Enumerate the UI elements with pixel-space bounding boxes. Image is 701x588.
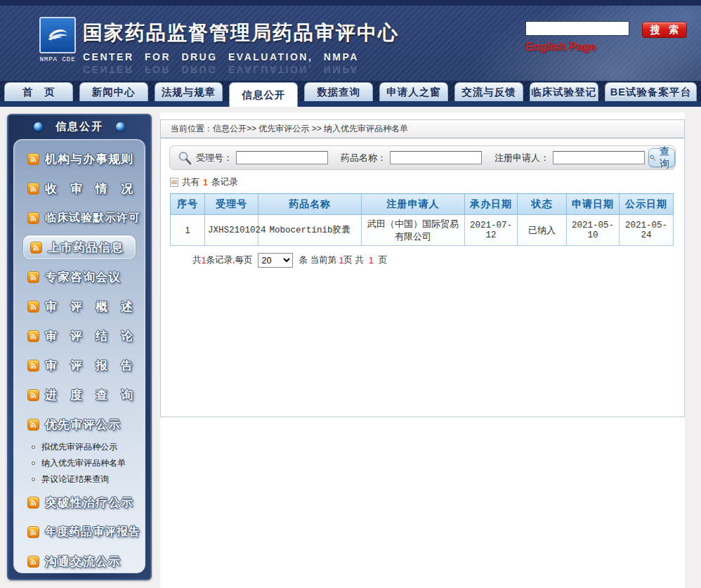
orb-icon — [34, 122, 43, 131]
applicant-label: 注册申请人： — [494, 152, 549, 164]
table-row[interactable]: 1 JXHS2101024 Mobocertinib胶囊 武田（中国）国际贸易有… — [171, 215, 674, 246]
rss-icon — [27, 389, 39, 401]
rss-icon — [30, 242, 42, 254]
sidebar: 信息公开 机构与办事规则 收 审 情 况 临床试验默示许可 上市药品信息 — [7, 114, 152, 580]
pagination: 共 1 条记录,每页 20 条 当前第 1 页 共 1 页 — [192, 253, 684, 268]
cell-index: 1 — [171, 215, 205, 246]
top-strip — [0, 0, 701, 6]
cell-handle-date: 2021-07-12 — [465, 215, 518, 246]
sidebar-item-clinical-trial-implied-license[interactable]: 临床试验默示许可 — [14, 203, 145, 233]
pagination-total-pages: 1 — [369, 256, 374, 266]
rss-icon — [27, 212, 39, 224]
drug-name-input[interactable] — [390, 151, 482, 164]
sidebar-item-label: 优先审评公示 — [45, 417, 121, 433]
pagination-total-records: 1 — [202, 256, 207, 266]
sidebar-title: 信息公开 — [55, 120, 103, 133]
sidebar-item-review-overview[interactable]: 审 评 概 述 — [14, 292, 145, 321]
pagination-text: 页 共 — [343, 254, 368, 266]
sidebar-item-label: 上市药品信息 — [48, 240, 124, 256]
sidebar-item-label: 年度药品审评报告 — [45, 525, 140, 540]
sidebar-subitem-proposed-priority-review[interactable]: 拟优先审评品种公示 — [14, 439, 145, 455]
column-header-status: 状态 — [518, 194, 567, 215]
sidebar-item-priority-review-publicity[interactable]: 优先审评公示 — [14, 410, 145, 439]
tab-clinical-trial-registry[interactable]: 临床试验登记 — [530, 82, 598, 101]
table-header-row: 序号 受理号 药品名称 注册申请人 承办日期 状态 申请日期 公示日期 — [171, 194, 674, 215]
tab-info-disclosure[interactable]: 信息公开 — [229, 82, 298, 107]
tab-be-platform[interactable]: BE试验备案平台 — [605, 82, 697, 101]
sidebar-subitem-label: 纳入优先审评品种名单 — [41, 457, 126, 469]
rss-icon — [27, 183, 39, 195]
sidebar-subitem-objection-result-query[interactable]: 异议论证结果查询 — [14, 471, 145, 488]
cell-publicity-date: 2021-05-24 — [620, 215, 674, 246]
site-header: NMPA CDE 国家药品监督管理局药品审评中心 CENTER FOR DRUG… — [0, 6, 701, 81]
sidebar-panel: 机构与办事规则 收 审 情 况 临床试验默示许可 上市药品信息 专家咨询会议 审 — [13, 139, 145, 573]
pagination-text: 条 当前第 — [299, 254, 339, 266]
sidebar-item-org-and-work-rules[interactable]: 机构与办事规则 — [14, 144, 145, 174]
column-header-index: 序号 — [171, 194, 205, 215]
sidebar-item-label: 进 度 查 询 — [45, 387, 133, 403]
site-title-block: 国家药品监督管理局药品审评中心 CENTER FOR DRUG EVALUATI… — [83, 20, 399, 81]
search-panel: 受理号： 药品名称： 注册申请人： 查询 — [169, 145, 676, 170]
acceptance-no-label: 受理号： — [196, 152, 232, 164]
rss-icon — [27, 153, 39, 165]
drug-name-label: 药品名称： — [341, 152, 386, 164]
header-search-button[interactable]: 搜 索 — [642, 22, 687, 38]
tab-data-query[interactable]: 数据查询 — [304, 82, 373, 101]
record-count-number: 1 — [203, 178, 208, 188]
sidebar-item-review-conclusion[interactable]: 审 评 结 论 — [14, 321, 145, 351]
sidebar-item-review-report[interactable]: 审 评 报 告 — [14, 351, 145, 380]
sidebar-item-label: 专家咨询会议 — [45, 269, 121, 285]
cell-apply-date: 2021-05-10 — [567, 215, 620, 246]
column-header-applicant: 注册申请人 — [362, 194, 465, 215]
pagination-text: 条记录,每页 — [206, 254, 252, 266]
sidebar-item-breakthrough-therapy-publicity[interactable]: 突破性治疗公示 — [14, 488, 145, 517]
pagination-text: 页 — [374, 254, 387, 266]
site-title-cn: 国家药品监督管理局药品审评中心 — [83, 20, 399, 46]
sidebar-item-label: 收 审 情 况 — [45, 181, 133, 197]
cell-acceptance-no: JXHS2101024 — [205, 215, 258, 246]
sidebar-item-expert-advisory-meeting[interactable]: 专家咨询会议 — [14, 262, 145, 292]
header-search-input[interactable] — [525, 21, 629, 36]
column-header-acceptance-no: 受理号 — [205, 194, 258, 215]
cde-logo-icon — [39, 17, 76, 53]
rss-icon — [27, 556, 39, 568]
tab-applicant-window[interactable]: 申请人之窗 — [379, 82, 448, 101]
pagination-current-page: 1 — [339, 256, 343, 266]
site-title-en: CENTER FOR DRUG EVALUATION, NMPA — [83, 51, 399, 63]
bullet-icon — [32, 445, 35, 449]
sidebar-item-annual-drug-review-report[interactable]: 年度药品审评报告 — [14, 517, 145, 547]
sidebar-item-label: 审 评 概 述 — [45, 299, 133, 315]
sidebar-item-label: 审 评 结 论 — [45, 328, 133, 344]
record-count-prefix: 共有 — [182, 176, 199, 188]
sidebar-subitem-included-priority-review-list[interactable]: 纳入优先审评品种名单 — [14, 455, 145, 471]
sidebar-item-marketed-drug-info[interactable]: 上市药品信息 — [23, 235, 136, 259]
sidebar-item-acceptance-review-status[interactable]: 收 审 情 况 — [14, 174, 145, 203]
record-count-suffix: 条记录 — [211, 176, 238, 188]
cell-drug-name: Mobocertinib胶囊 — [258, 215, 362, 246]
page-size-select[interactable]: 20 — [258, 253, 293, 268]
rss-icon — [27, 301, 39, 313]
tab-regulations[interactable]: 法规与规章 — [155, 82, 223, 101]
english-page-link[interactable]: English Page — [525, 41, 596, 53]
sidebar-item-progress-query[interactable]: 进 度 查 询 — [14, 380, 145, 410]
title-reflection: 国家药品监督管理局药品审评中心 CENTER FOR DRUG EVALUATI… — [83, 64, 399, 81]
rss-icon — [27, 419, 39, 431]
tab-home[interactable]: 首 页 — [4, 82, 73, 101]
site-logo[interactable]: NMPA CDE — [38, 17, 77, 63]
tab-news-center[interactable]: 新闻中心 — [79, 82, 148, 101]
applicant-input[interactable] — [553, 151, 645, 164]
orb-icon — [116, 122, 125, 131]
logo-caption: NMPA CDE — [38, 56, 77, 63]
sidebar-item-communication-exchange-publicity[interactable]: 沟通交流公示 — [14, 547, 145, 573]
content-column: 当前位置：信息公开>> 优先审评公示 >> 纳入优先审评品种名单 受理号： 药品… — [160, 112, 685, 588]
tab-communication-feedback[interactable]: 交流与反馈 — [454, 82, 523, 101]
bullet-icon — [32, 462, 35, 465]
query-button[interactable]: 查询 — [648, 148, 675, 167]
search-icon — [177, 150, 192, 166]
breadcrumb: 当前位置：信息公开>> 优先审评公示 >> 纳入优先审评品种名单 — [161, 120, 684, 138]
sidebar-subitem-label: 异议论证结果查询 — [41, 473, 109, 485]
acceptance-no-input[interactable] — [236, 151, 328, 164]
rss-icon — [27, 497, 39, 509]
sidebar-header: 信息公开 — [8, 115, 150, 138]
rss-icon — [27, 330, 39, 342]
